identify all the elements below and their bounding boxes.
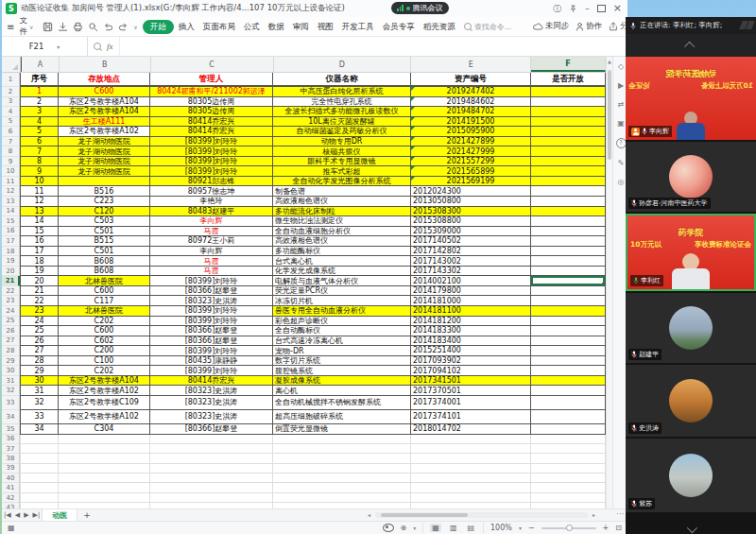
cell-B5[interactable]: 生工楼A111: [59, 117, 150, 128]
cell-E21[interactable]: 2014002100: [411, 276, 531, 286]
cell-E28[interactable]: 2015251400: [411, 346, 531, 356]
cell-C6[interactable]: 80414乔宏兴: [150, 127, 273, 137]
resource-icon[interactable]: ◎: [618, 178, 625, 186]
column-header-F[interactable]: F: [531, 57, 606, 72]
cell-A33[interactable]: 32: [20, 396, 59, 410]
row-header-10[interactable]: 10: [2, 166, 20, 177]
cell-D22[interactable]: 荧光定量PCR仪: [273, 286, 411, 297]
participant-tile-李向辉[interactable]: 动物医药学院10万元以上设备论证会李向辉: [626, 57, 756, 140]
annotate-icon[interactable]: ✎: [618, 159, 625, 167]
cell-B12[interactable]: B516: [59, 186, 150, 197]
cell-F9[interactable]: [531, 157, 606, 167]
cell-A27[interactable]: 26: [20, 336, 59, 347]
undo-icon[interactable]: [103, 22, 113, 32]
cell-B30[interactable]: C202: [59, 366, 150, 376]
cell-F19[interactable]: [531, 256, 606, 267]
cell-D23[interactable]: 冰冻切片机: [273, 296, 411, 306]
cell-B6[interactable]: 东区2号教学楼A102: [59, 127, 150, 137]
cell-D13[interactable]: 高效液相色谱仪: [273, 197, 411, 207]
cell-C14[interactable]: 80483赵建平: [150, 207, 273, 217]
help-icon[interactable]: ?: [616, 138, 627, 148]
vertical-scrollbar[interactable]: ▲: [606, 57, 612, 508]
row-header-15[interactable]: 15: [2, 216, 20, 227]
cell-D40[interactable]: [273, 474, 411, 483]
row-header-25[interactable]: 25: [2, 317, 20, 327]
cell-C36[interactable]: [150, 435, 273, 444]
cell-B23[interactable]: C117: [59, 296, 150, 306]
cell-B40[interactable]: [59, 474, 150, 483]
row-header-35[interactable]: 35: [2, 424, 20, 435]
cell-F3[interactable]: [531, 97, 606, 108]
cell-F1[interactable]: 是否开放: [531, 73, 606, 87]
cell-D4[interactable]: 全波长扫描式多功能微孔板读数仪: [273, 107, 411, 117]
cell-D31[interactable]: 凝胶成像系统: [273, 376, 411, 387]
cell-E30[interactable]: 2017094102: [411, 366, 531, 376]
cell-F2[interactable]: [531, 87, 606, 97]
cell-A38[interactable]: [20, 454, 59, 463]
minimize-button[interactable]: –: [585, 4, 590, 13]
cell-F24[interactable]: [531, 306, 606, 317]
cell-C4[interactable]: 80305边传周: [150, 107, 273, 117]
row-header-1[interactable]: 1: [2, 73, 20, 87]
cell-A35[interactable]: 34: [20, 424, 59, 435]
cell-A7[interactable]: 6: [20, 137, 59, 147]
cell-F18[interactable]: [531, 247, 606, 257]
panels-icon[interactable]: ▣: [617, 119, 625, 128]
row-header-26[interactable]: 26: [2, 326, 20, 336]
cell-E22[interactable]: 2014179800: [411, 286, 531, 297]
cell-F38[interactable]: [531, 454, 606, 463]
row-header-13[interactable]: 13: [2, 197, 20, 207]
cell-E20[interactable]: 2017143302: [411, 267, 531, 277]
cell-D15[interactable]: 微生物比浊法测定仪: [273, 216, 411, 227]
cell-A5[interactable]: 4: [20, 117, 59, 128]
cell-C33[interactable]: [80323]史洪涛: [150, 396, 273, 410]
row-header-11[interactable]: 11: [2, 177, 20, 187]
print-icon[interactable]: [73, 22, 83, 32]
cell-A3[interactable]: 2: [20, 97, 59, 108]
cell-B13[interactable]: C223: [59, 197, 150, 207]
cell-E10[interactable]: 2021565899: [411, 166, 531, 177]
cell-D10[interactable]: 推车式彩超: [273, 166, 411, 177]
cell-E31[interactable]: 2017341501: [411, 376, 531, 387]
cell-A8[interactable]: 7: [20, 146, 59, 157]
row-header-40[interactable]: 40: [2, 474, 20, 483]
cell-C11[interactable]: 80921彭志锋: [150, 177, 273, 187]
redo-icon[interactable]: [118, 22, 129, 32]
cell-D5[interactable]: 10L离位灭菌发酵罐: [273, 117, 411, 128]
tab-开始[interactable]: 开始: [143, 20, 174, 34]
hscroll-right-arrow[interactable]: ▸: [593, 511, 595, 518]
cell-C30[interactable]: [80399]刘玲玲: [150, 366, 273, 376]
tab-视图[interactable]: 视图: [314, 20, 337, 34]
page-break-view-button[interactable]: ▥: [448, 524, 459, 532]
cell-C17[interactable]: 80972王小莉: [150, 236, 273, 247]
cell-C7[interactable]: [80399]刘玲玲: [150, 137, 273, 147]
cell-F10[interactable]: [531, 166, 606, 177]
cell-F23[interactable]: [531, 296, 606, 306]
cell-C31[interactable]: 80414乔宏兴: [150, 376, 273, 387]
cell-A6[interactable]: 5: [20, 127, 59, 137]
fx-icon[interactable]: fx: [107, 42, 113, 51]
cell-B37[interactable]: [59, 444, 150, 454]
cell-B19[interactable]: B608: [59, 256, 150, 267]
cell-E38[interactable]: [411, 454, 531, 463]
participant-tile-紫苏[interactable]: 紫苏: [626, 439, 756, 512]
cell-B4[interactable]: 东区2号教学楼A104: [59, 107, 150, 117]
cell-C37[interactable]: [150, 444, 273, 454]
cell-D2[interactable]: 中高压蛋白纯化层析系统: [273, 87, 411, 97]
cell-A21[interactable]: 20: [20, 276, 59, 286]
cell-F17[interactable]: [531, 236, 606, 247]
cell-A16[interactable]: 15: [20, 227, 59, 237]
cell-A22[interactable]: 21: [20, 286, 59, 297]
select-all-corner[interactable]: [2, 57, 21, 72]
row-header-39[interactable]: 39: [2, 464, 20, 474]
cell-E37[interactable]: [411, 444, 531, 454]
save-icon[interactable]: [43, 22, 53, 32]
row-header-33[interactable]: 33: [2, 396, 20, 410]
cell-C1[interactable]: 管理人: [150, 73, 273, 87]
cell-A14[interactable]: 13: [20, 207, 59, 217]
cell-E1[interactable]: 资产编号: [411, 73, 531, 87]
cell-E24[interactable]: 2014181100: [411, 306, 531, 317]
cell-C21[interactable]: [80399]刘玲玲: [150, 276, 273, 286]
cell-E18[interactable]: 2017142802: [411, 247, 531, 257]
cell-C25[interactable]: [80399]刘玲玲: [150, 317, 273, 327]
